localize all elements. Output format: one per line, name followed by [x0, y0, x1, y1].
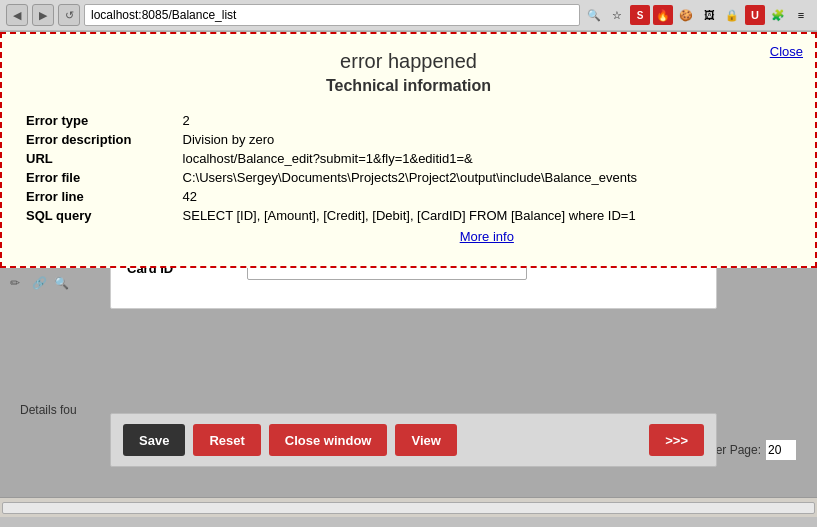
ext-icon-7[interactable]: 🧩: [768, 5, 788, 25]
reset-button[interactable]: Reset: [193, 424, 260, 456]
url-value: localhost/Balance_edit?submit=1&fly=1&ed…: [179, 149, 795, 168]
view-button[interactable]: View: [395, 424, 456, 456]
ext-icon-6[interactable]: U: [745, 5, 765, 25]
star-icon[interactable]: ☆: [607, 5, 627, 25]
url-row: URL localhost/Balance_edit?submit=1&fly=…: [22, 149, 795, 168]
forward-button[interactable]: ▶: [32, 4, 54, 26]
close-window-button[interactable]: Close window: [269, 424, 388, 456]
error-table: Error type 2 Error description Division …: [22, 111, 795, 246]
search-icon[interactable]: 🔍: [584, 5, 604, 25]
ext-icon-3[interactable]: 🍪: [676, 5, 696, 25]
ext-icon-4[interactable]: 🖼: [699, 5, 719, 25]
ext-icon-2[interactable]: 🔥: [653, 5, 673, 25]
error-type-row: Error type 2: [22, 111, 795, 130]
error-desc-label: Error description: [22, 130, 179, 149]
ext-icon-1[interactable]: S: [630, 5, 650, 25]
browser-toolbar: ◀ ▶ ↺ 🔍 ☆ S 🔥 🍪 🖼 🔒 U 🧩 ≡: [0, 0, 817, 31]
error-desc-row: Error description Division by zero: [22, 130, 795, 149]
error-desc-value: Division by zero: [179, 130, 795, 149]
browser-chrome: ◀ ▶ ↺ 🔍 ☆ S 🔥 🍪 🖼 🔒 U 🧩 ≡: [0, 0, 817, 32]
error-file-label: Error file: [22, 168, 179, 187]
per-page-input[interactable]: [765, 439, 797, 461]
nav-next-button[interactable]: >>>: [649, 424, 704, 456]
save-button[interactable]: Save: [123, 424, 185, 456]
error-title: error happened: [22, 50, 795, 73]
ext-icon-5[interactable]: 🔒: [722, 5, 742, 25]
error-file-row: Error file C:\Users\Sergey\Documents\Pro…: [22, 168, 795, 187]
scrollbar-area: [0, 497, 817, 517]
back-button[interactable]: ◀: [6, 4, 28, 26]
menu-button[interactable]: ≡: [791, 5, 811, 25]
search-icon-3[interactable]: 🔍: [54, 276, 72, 294]
horizontal-scrollbar[interactable]: [2, 502, 815, 514]
link-icon-3[interactable]: 🔗: [32, 276, 50, 294]
sql-label: SQL query: [22, 206, 179, 246]
sidebar-row-3: ✏ 🔗 🔍: [10, 276, 72, 294]
reload-button[interactable]: ↺: [58, 4, 80, 26]
sql-row: SQL query SELECT [ID], [Amount], [Credit…: [22, 206, 795, 246]
error-type-label: Error type: [22, 111, 179, 130]
error-line-value: 42: [179, 187, 795, 206]
error-line-row: Error line 42: [22, 187, 795, 206]
url-label: URL: [22, 149, 179, 168]
edit-icon-3[interactable]: ✏: [10, 276, 28, 294]
more-info-link[interactable]: More info: [183, 229, 791, 244]
error-line-label: Error line: [22, 187, 179, 206]
page-content: ✏ 🔗 🔍 ✏ 🔗 🔍 ✏ 🔗 🔍 Debit Card ID: [0, 32, 817, 497]
address-bar[interactable]: [84, 4, 580, 26]
action-bar: Save Reset Close window View >>>: [110, 413, 717, 467]
error-file-value: C:\Users\Sergey\Documents\Projects2\Proj…: [179, 168, 795, 187]
error-overlay: Close error happened Technical informati…: [0, 32, 817, 268]
error-type-value: 2: [179, 111, 795, 130]
error-subtitle: Technical information: [22, 77, 795, 95]
toolbar-icons: 🔍 ☆ S 🔥 🍪 🖼 🔒 U 🧩 ≡: [584, 5, 811, 25]
close-top-button[interactable]: Close: [770, 44, 803, 59]
details-found-text: Details fou: [20, 403, 77, 417]
sql-value: SELECT [ID], [Amount], [Credit], [Debit]…: [179, 206, 795, 246]
